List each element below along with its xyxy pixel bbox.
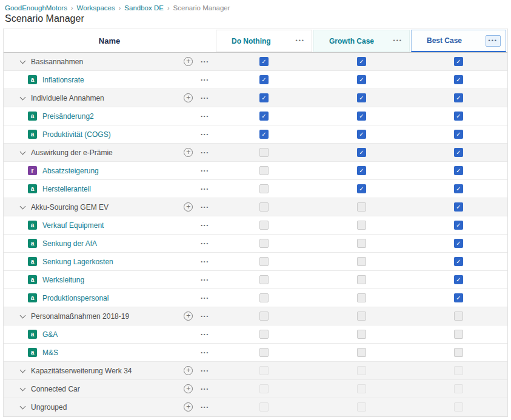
checkbox-unchecked[interactable] (454, 402, 463, 412)
checkbox-checked[interactable]: ✓ (357, 57, 366, 66)
row-menu-icon[interactable]: ••• (201, 296, 209, 301)
item-link[interactable]: Herstelleranteil (42, 185, 91, 193)
checkbox-unchecked[interactable] (454, 348, 463, 357)
checkbox-unchecked[interactable] (454, 312, 463, 321)
row-menu-icon[interactable]: ••• (201, 59, 209, 64)
item-link[interactable]: Produktivität (COGS) (42, 130, 111, 139)
checkbox-checked[interactable]: ✓ (357, 166, 366, 175)
checkbox-checked[interactable]: ✓ (454, 239, 463, 248)
item-link[interactable]: Senkung der AfA (42, 239, 97, 248)
scenario-menu-icon[interactable]: ••• (294, 37, 307, 45)
scenario-menu-icon[interactable]: ••• (486, 35, 501, 47)
chevron-down-icon[interactable] (20, 385, 26, 391)
checkbox-unchecked[interactable] (454, 384, 463, 393)
checkbox-unchecked[interactable] (259, 275, 269, 284)
checkbox-checked[interactable]: ✓ (357, 93, 366, 102)
checkbox-checked[interactable]: ✓ (357, 130, 366, 139)
checkbox-unchecked[interactable] (259, 166, 269, 175)
checkbox-checked[interactable]: ✓ (454, 221, 463, 230)
chevron-down-icon[interactable] (20, 312, 26, 318)
row-menu-icon[interactable]: ••• (201, 241, 209, 246)
item-link[interactable]: G&A (42, 330, 58, 339)
row-menu-icon[interactable]: ••• (201, 168, 209, 173)
add-icon[interactable]: + (184, 93, 193, 102)
add-icon[interactable]: + (184, 366, 193, 375)
checkbox-checked[interactable]: ✓ (454, 184, 463, 193)
checkbox-checked[interactable]: ✓ (259, 112, 269, 121)
item-link[interactable]: Produktionspersonal (42, 294, 109, 302)
checkbox-checked[interactable]: ✓ (259, 57, 269, 66)
checkbox-checked[interactable]: ✓ (454, 257, 463, 266)
checkbox-checked[interactable]: ✓ (454, 202, 463, 212)
checkbox-unchecked[interactable] (357, 348, 366, 357)
chevron-down-icon[interactable] (20, 203, 26, 209)
item-link[interactable]: Senkung Lagerkosten (42, 258, 113, 266)
item-link[interactable]: M&S (42, 348, 58, 357)
row-menu-icon[interactable]: ••• (201, 114, 209, 119)
checkbox-unchecked[interactable] (454, 366, 463, 375)
row-menu-icon[interactable]: ••• (201, 350, 209, 355)
breadcrumb-link-0[interactable]: GoodEnoughMotors (5, 4, 67, 12)
checkbox-checked[interactable]: ✓ (454, 93, 463, 102)
checkbox-unchecked[interactable] (259, 148, 269, 157)
checkbox-unchecked[interactable] (357, 402, 366, 412)
row-menu-icon[interactable]: ••• (201, 132, 209, 137)
checkbox-checked[interactable]: ✓ (454, 57, 463, 66)
breadcrumb-link-2[interactable]: Sandbox DE (124, 4, 164, 12)
checkbox-unchecked[interactable] (259, 221, 269, 230)
row-menu-icon[interactable]: ••• (201, 205, 209, 210)
checkbox-checked[interactable]: ✓ (259, 93, 269, 102)
checkbox-unchecked[interactable] (454, 330, 463, 339)
row-menu-icon[interactable]: ••• (201, 332, 209, 337)
add-icon[interactable]: + (184, 312, 193, 321)
checkbox-unchecked[interactable] (357, 312, 366, 321)
scenario-header-1[interactable]: Growth Case••• (313, 30, 410, 52)
checkbox-checked[interactable]: ✓ (454, 112, 463, 121)
row-menu-icon[interactable]: ••• (201, 150, 209, 155)
checkbox-unchecked[interactable] (357, 275, 366, 284)
chevron-down-icon[interactable] (20, 148, 26, 155)
checkbox-checked[interactable]: ✓ (454, 166, 463, 175)
checkbox-unchecked[interactable] (259, 330, 269, 339)
checkbox-unchecked[interactable] (259, 366, 269, 375)
row-menu-icon[interactable]: ••• (201, 78, 209, 82)
checkbox-unchecked[interactable] (357, 330, 366, 339)
scenario-header-2[interactable]: Best Case••• (411, 30, 506, 52)
checkbox-unchecked[interactable] (259, 239, 269, 248)
checkbox-unchecked[interactable] (357, 384, 366, 393)
checkbox-checked[interactable]: ✓ (454, 130, 463, 139)
checkbox-unchecked[interactable] (259, 202, 269, 212)
checkbox-checked[interactable]: ✓ (259, 75, 269, 84)
item-link[interactable]: Werksleitung (42, 276, 84, 284)
item-link[interactable]: Preisänderung2 (42, 112, 94, 121)
checkbox-checked[interactable]: ✓ (454, 148, 463, 157)
checkbox-unchecked[interactable] (357, 239, 366, 248)
checkbox-checked[interactable]: ✓ (357, 112, 366, 121)
row-menu-icon[interactable]: ••• (201, 278, 209, 282)
row-menu-icon[interactable]: ••• (201, 223, 209, 228)
chevron-down-icon[interactable] (20, 94, 26, 100)
add-icon[interactable]: + (184, 148, 193, 157)
row-menu-icon[interactable]: ••• (201, 314, 209, 319)
scenario-header-0[interactable]: Do Nothing••• (216, 30, 312, 52)
checkbox-unchecked[interactable] (259, 402, 269, 412)
row-menu-icon[interactable]: ••• (201, 368, 209, 373)
add-icon[interactable]: + (184, 384, 193, 393)
item-link[interactable]: Verkauf Equipment (42, 221, 104, 230)
checkbox-unchecked[interactable] (357, 202, 366, 212)
breadcrumb-link-1[interactable]: Workspaces (77, 4, 115, 12)
row-menu-icon[interactable]: ••• (201, 187, 209, 192)
checkbox-unchecked[interactable] (259, 293, 269, 302)
chevron-down-icon[interactable] (20, 403, 26, 409)
checkbox-checked[interactable]: ✓ (454, 293, 463, 302)
checkbox-unchecked[interactable] (259, 384, 269, 393)
row-menu-icon[interactable]: ••• (201, 96, 209, 101)
item-link[interactable]: Absatzsteigerung (42, 167, 99, 175)
add-icon[interactable]: + (184, 57, 193, 66)
chevron-down-icon[interactable] (20, 367, 26, 373)
item-link[interactable]: Inflationsrate (42, 76, 84, 84)
scenario-menu-icon[interactable]: ••• (392, 37, 404, 45)
checkbox-unchecked[interactable] (259, 348, 269, 357)
checkbox-checked[interactable]: ✓ (454, 275, 463, 284)
row-menu-icon[interactable]: ••• (201, 259, 209, 264)
